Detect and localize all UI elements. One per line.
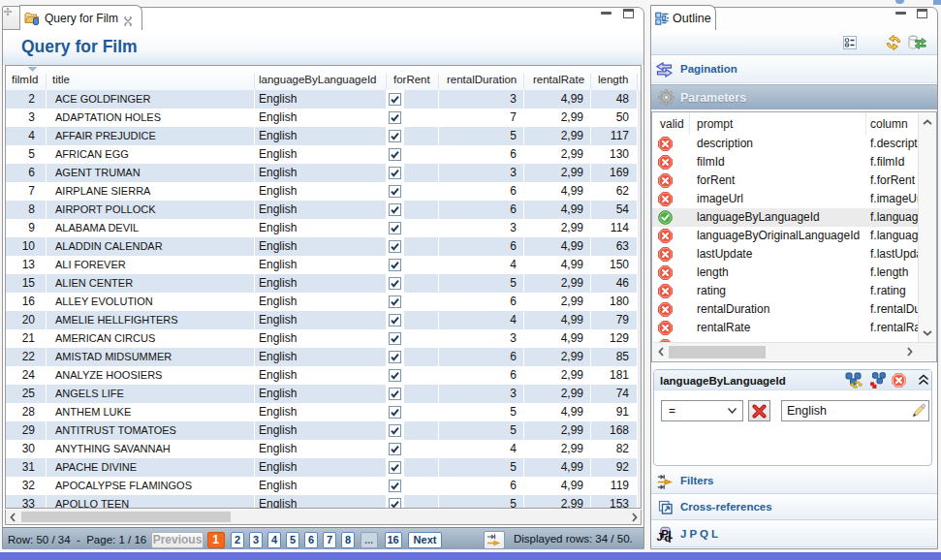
svg-text:L: L <box>668 529 673 541</box>
